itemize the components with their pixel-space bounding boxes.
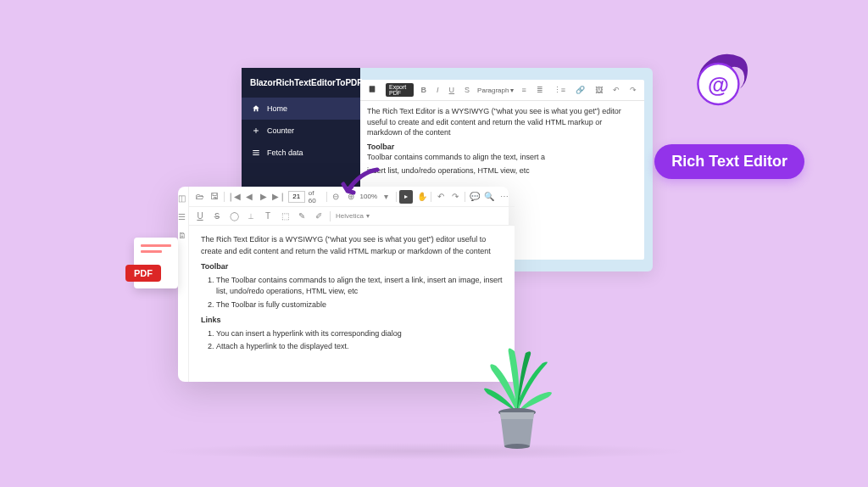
select-tool-button[interactable]: ▸	[399, 190, 412, 204]
pdf-ordered-list: The Toolbar contains commands to align t…	[216, 275, 503, 311]
pdf-viewer-window: ◫ ☰ 🗎 🗁 🖫 ❘◀ ◀ ▶ ▶❘ of 60 ⊖ ⊕ 100% ▾ ▸ ✋…	[178, 187, 509, 382]
page-total-label: of 60	[309, 189, 323, 204]
list-icon	[252, 148, 260, 157]
svg-text:@: @	[708, 73, 729, 97]
underline-button[interactable]: U	[447, 84, 458, 96]
file-icon[interactable]: 🗎	[178, 231, 188, 241]
first-page-button[interactable]: ❘◀	[228, 191, 240, 203]
sidebar-item-label: Fetch data	[267, 148, 303, 157]
strikeout-annot-button[interactable]: S̶	[211, 210, 223, 222]
pdf-list-item: The Toolbar contains commands to align t…	[216, 275, 503, 298]
underline-annot-button[interactable]: U	[194, 210, 206, 222]
prev-page-button[interactable]: ◀	[243, 191, 254, 203]
font-select[interactable]: Helvetica ▾	[336, 212, 370, 220]
ink-button[interactable]: ✐	[313, 210, 325, 222]
save-button[interactable]: 🖫	[209, 191, 220, 203]
pdf-list-item: Attach a hyperlink to the displayed text…	[216, 341, 503, 353]
sidebar-item-counter[interactable]: Counter	[242, 120, 360, 142]
last-page-button[interactable]: ▶❘	[273, 191, 285, 203]
next-page-button[interactable]: ▶	[258, 191, 269, 203]
pdf-heading: Toolbar	[201, 261, 503, 273]
pdf-badge-label: PDF	[125, 265, 161, 282]
sidebar-item-label: Counter	[267, 126, 294, 135]
pdf-list-item: The Toolbar is fully customizable	[216, 299, 503, 311]
italic-button[interactable]: I	[434, 84, 442, 96]
hand-tool-button[interactable]: ✋	[416, 191, 427, 203]
blazor-logo: @	[686, 47, 758, 119]
rte-paragraph: Toolbar contains commands to align the t…	[367, 152, 637, 163]
chevron-down-icon: ▾	[366, 212, 370, 220]
ol-button[interactable]: ≣	[534, 84, 546, 96]
pdf-file-icon: PDF	[134, 238, 178, 288]
format-select[interactable]: Paragraph ▾	[477, 87, 514, 94]
image-button[interactable]: 🖼	[593, 84, 605, 96]
shape-annot-button[interactable]: ◯	[228, 210, 240, 222]
pdf-main: 🗁 🖫 ❘◀ ◀ ▶ ▶❘ of 60 ⊖ ⊕ 100% ▾ ▸ ✋ ↶ ↷ 💬…	[189, 187, 515, 382]
align-button[interactable]: ≡	[519, 84, 528, 96]
svg-point-4	[504, 444, 530, 449]
sidebar-item-home[interactable]: Home	[242, 98, 360, 120]
undo-button[interactable]: ↶	[610, 84, 622, 96]
pdf-list-item: You can insert a hyperlink with its corr…	[216, 328, 503, 340]
signature-button[interactable]: ✎	[296, 210, 308, 222]
bold-button[interactable]: B	[419, 84, 430, 96]
sidebar-item-label: Home	[267, 104, 287, 113]
pdf-ordered-list: You can insert a hyperlink with its corr…	[216, 328, 503, 353]
bookmark-icon[interactable]: ☰	[178, 212, 188, 222]
chevron-down-icon: ▾	[510, 87, 514, 94]
thumbnails-icon[interactable]: ◫	[178, 193, 188, 204]
undo-button[interactable]: ↶	[435, 191, 446, 203]
calibrate-button[interactable]: ⟂	[245, 210, 257, 222]
more-button[interactable]: ⋯	[498, 191, 509, 203]
ground-shadow	[153, 443, 695, 460]
strike-button[interactable]: S	[462, 84, 472, 96]
link-button[interactable]: 🔗	[573, 84, 587, 96]
comment-button[interactable]: 💬	[469, 191, 480, 203]
open-file-button[interactable]: 🗁	[194, 191, 205, 203]
ul-button[interactable]: ⋮≡	[551, 84, 568, 96]
rte-toolbar: Export PDF B I U S Paragraph ▾ ≡ ≣ ⋮≡ 🔗 …	[360, 80, 644, 101]
page-number-input[interactable]	[288, 191, 305, 203]
arrow-icon	[335, 165, 386, 211]
sidebar-item-fetch-data[interactable]: Fetch data	[242, 142, 360, 164]
rte-heading: Toolbar	[367, 142, 637, 153]
plus-icon	[252, 126, 260, 135]
export-pdf-button[interactable]	[365, 83, 379, 97]
export-pdf-tooltip: Export PDF	[386, 83, 414, 97]
home-icon	[252, 104, 260, 113]
pdf-sidebar: ◫ ☰ 🗎	[178, 187, 189, 382]
pdf-page-content: The Rich Text Editor is a WYSIWYG ("what…	[189, 226, 515, 382]
redo-button[interactable]: ↷	[627, 84, 639, 96]
rte-paragraph: insert list, undo/redo operations, HTML …	[367, 165, 637, 176]
search-button[interactable]: 🔍	[483, 191, 494, 203]
pdf-paragraph: The Rich Text Editor is a WYSIWYG ("what…	[201, 234, 503, 257]
pdf-heading: Links	[201, 315, 503, 327]
stamp-button[interactable]: ⬚	[279, 210, 291, 222]
redo-button[interactable]: ↷	[450, 191, 461, 203]
app-title: BlazorRichTextEditorToPDF	[242, 68, 360, 98]
rte-paragraph: The Rich Text Editor is a WYSIWYG ("what…	[367, 106, 637, 138]
plant-decoration	[470, 327, 564, 458]
rich-text-editor-badge: Rich Text Editor	[654, 144, 804, 179]
freetext-button[interactable]: T	[262, 210, 274, 222]
svg-rect-0	[370, 86, 376, 92]
